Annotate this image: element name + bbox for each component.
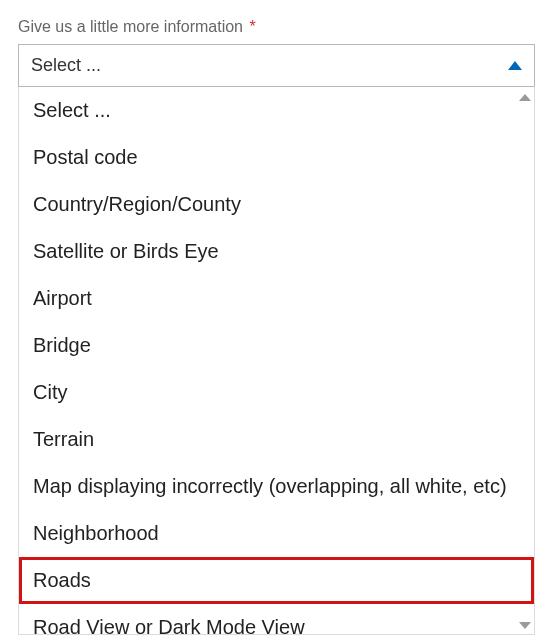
dropdown-list[interactable]: Select ...Postal codeCountry/Region/Coun… (18, 87, 535, 635)
dropdown-option[interactable]: Satellite or Birds Eye (19, 228, 534, 275)
dropdown-option[interactable]: Roads (19, 557, 534, 604)
dropdown-option[interactable]: Country/Region/County (19, 181, 534, 228)
required-asterisk: * (249, 18, 255, 35)
dropdown-option[interactable]: Postal code (19, 134, 534, 181)
field-label-text: Give us a little more information (18, 18, 243, 35)
dropdown-option-label: Airport (33, 287, 92, 309)
select-value: Select ... (31, 55, 101, 76)
dropdown-option-label: Terrain (33, 428, 94, 450)
dropdown-option[interactable]: Road View or Dark Mode View (19, 604, 534, 635)
select-wrapper: Select ... Select ...Postal codeCountry/… (18, 44, 535, 635)
chevron-up-icon (508, 61, 522, 70)
dropdown-option-label: City (33, 381, 67, 403)
field-label: Give us a little more information * (18, 18, 535, 36)
dropdown-option[interactable]: Map displaying incorrectly (overlapping,… (19, 463, 534, 510)
dropdown-option-label: Satellite or Birds Eye (33, 240, 219, 262)
select-trigger[interactable]: Select ... (18, 44, 535, 87)
dropdown-option-label: Postal code (33, 146, 138, 168)
dropdown-option[interactable]: City (19, 369, 534, 416)
dropdown-option[interactable]: Select ... (19, 87, 534, 134)
dropdown-option-label: Select ... (33, 99, 111, 121)
dropdown-option-label: Road View or Dark Mode View (33, 616, 305, 635)
dropdown-option-label: Country/Region/County (33, 193, 241, 215)
dropdown-option-label: Roads (33, 569, 91, 591)
dropdown-option-label: Neighborhood (33, 522, 159, 544)
dropdown-option-label: Bridge (33, 334, 91, 356)
dropdown-option[interactable]: Terrain (19, 416, 534, 463)
dropdown-option[interactable]: Bridge (19, 322, 534, 369)
dropdown-option-label: Map displaying incorrectly (overlapping,… (33, 475, 507, 497)
dropdown-option[interactable]: Neighborhood (19, 510, 534, 557)
dropdown-option[interactable]: Airport (19, 275, 534, 322)
